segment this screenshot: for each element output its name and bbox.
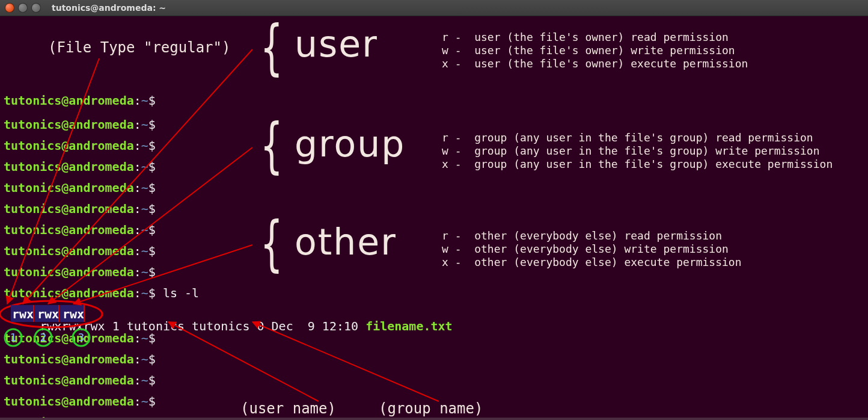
prompt-user-host: tutonics@andromeda: [4, 223, 134, 237]
prompt-user-host: tutonics@andromeda: [4, 159, 134, 174]
prompt-line: tutonics@andromeda:~$: [4, 182, 156, 194]
perm-user: rwx: [40, 319, 61, 333]
prompt-symbol: $: [148, 244, 156, 258]
prompt-symbol: $: [148, 117, 156, 132]
legend-user-w: w - user (the file's owner) write permis…: [442, 45, 735, 56]
prompt-line: tutonics@andromeda:~$ ls -l: [4, 287, 199, 299]
prompt-user-host: tutonics@andromeda: [4, 117, 134, 132]
prompt-user-host: tutonics@andromeda: [4, 286, 134, 300]
legend-other-x: x - other (everybody else) execute permi…: [442, 257, 742, 268]
file-date: Dec 9 12:10: [272, 319, 359, 333]
brace-icon: {: [260, 116, 283, 176]
perm-other: rwx: [83, 319, 105, 333]
prompt-symbol: $: [148, 138, 156, 153]
prompt-path: ~: [141, 286, 148, 300]
prompt-user-host: tutonics@andromeda: [4, 373, 134, 388]
prompt-path: ~: [141, 117, 148, 132]
prompt-line: tutonics@andromeda:~$: [4, 119, 156, 131]
legend-other-w: w - other (everybody else) write permiss…: [442, 244, 729, 255]
prompt-path: ~: [141, 352, 148, 366]
prompt-line: tutonics@andromeda:~$: [4, 203, 156, 215]
legend-group-x: x - group (any user in the file's group)…: [442, 159, 833, 170]
file-size: 0: [257, 319, 264, 333]
prompt-line: tutonics@andromeda:~$: [4, 140, 156, 152]
legend-group-r: r - group (any user in the file's group)…: [442, 132, 813, 143]
prompt-colon: :: [134, 181, 141, 195]
legend-group-w: w - group (any user in the file's group)…: [442, 146, 820, 156]
prompt-user-host: tutonics@andromeda: [4, 138, 134, 153]
file-type-char: -: [32, 319, 40, 333]
note-filetype: (File Type "regular"): [48, 40, 230, 55]
window-titlebar: tutonics@andromeda: ~: [0, 0, 868, 16]
horizontal-scrollbar[interactable]: [0, 418, 868, 420]
prompt-user-host: tutonics@andromeda: [4, 352, 134, 366]
perm-group: rwx: [61, 319, 83, 333]
prompt-path: ~: [141, 202, 148, 216]
close-icon[interactable]: [5, 3, 14, 13]
label-other: other: [295, 224, 397, 260]
prompt-symbol: $: [148, 265, 156, 279]
terminal-area[interactable]: tutonics@andromeda:~$tutonics@andromeda:…: [0, 16, 868, 420]
prompt-colon: :: [134, 117, 141, 132]
window-title: tutonics@andromeda: ~: [52, 3, 166, 13]
brace-icon: {: [260, 17, 283, 78]
prompt-symbol: $: [148, 202, 156, 216]
prompt-colon: :: [134, 138, 141, 153]
prompt-line: tutonics@andromeda:~$: [4, 374, 156, 386]
prompt-line: tutonics@andromeda:~$: [4, 395, 156, 407]
prompt-user-host: tutonics@andromeda: [4, 202, 134, 216]
prompt-user-host: tutonics@andromeda: [4, 181, 134, 195]
owner-name: tutonics: [127, 319, 185, 333]
prompt-user-host: tutonics@andromeda: [4, 244, 134, 258]
prompt-path: ~: [141, 93, 148, 108]
prompt-path: ~: [141, 394, 148, 409]
prompt-colon: :: [134, 223, 141, 237]
prompt-line: tutonics@andromeda:~$: [4, 224, 156, 236]
prompt-symbol: $: [148, 394, 156, 409]
legend-user-r: r - user (the file's owner) read permiss…: [442, 32, 729, 43]
prompt-line: tutonics@andromeda:~$: [4, 353, 156, 365]
prompt-path: ~: [141, 244, 148, 258]
prompt-symbol: $: [148, 373, 156, 388]
prompt-symbol: $: [148, 352, 156, 366]
prompt-user-host: tutonics@andromeda: [4, 394, 134, 409]
prompt-colon: :: [134, 159, 141, 174]
prompt-symbol: $: [148, 286, 156, 300]
file-name: filename.txt: [365, 319, 453, 333]
legend-other-r: r - other (everybody else) read permissi…: [442, 230, 722, 241]
prompt-line: tutonics@andromeda:~$: [4, 266, 156, 278]
prompt-path: ~: [141, 138, 148, 153]
prompt-symbol: $: [148, 223, 156, 237]
label-group: group: [295, 126, 405, 162]
prompt-line: tutonics@andromeda:~$: [4, 94, 156, 107]
prompt-colon: :: [134, 286, 141, 300]
prompt-user-host: tutonics@andromeda: [4, 93, 134, 108]
prompt-path: ~: [141, 223, 148, 237]
prompt-line: tutonics@andromeda:~$: [4, 161, 156, 173]
prompt-symbol: $: [148, 181, 156, 195]
prompt-path: ~: [141, 373, 148, 388]
ls-output-line: -rwxrwxrwx 1 tutonics tutonics 0 Dec 9 1…: [4, 308, 453, 344]
group-name-value: tutonics: [192, 319, 249, 333]
command-text: ls -l: [163, 286, 199, 300]
prompt-line: tutonics@andromeda:~$: [4, 245, 156, 257]
legend-user-x: x - user (the file's owner) execute perm…: [442, 58, 748, 69]
prompt-colon: :: [134, 394, 141, 409]
prompt-colon: :: [134, 373, 141, 388]
brace-icon: {: [260, 214, 283, 274]
link-count: 1: [112, 319, 120, 333]
prompt-path: ~: [141, 181, 148, 195]
prompt-colon: :: [134, 93, 141, 108]
label-user: user: [295, 26, 378, 62]
note-username: (user name): [240, 401, 336, 416]
minimize-icon[interactable]: [18, 3, 28, 13]
prompt-colon: :: [134, 244, 141, 258]
note-groupname: (group name): [379, 401, 483, 416]
prompt-colon: :: [134, 265, 141, 279]
prompt-user-host: tutonics@andromeda: [4, 265, 134, 279]
prompt-symbol: $: [148, 159, 156, 174]
prompt-colon: :: [134, 352, 141, 366]
prompt-colon: :: [134, 202, 141, 216]
prompt-path: ~: [141, 265, 148, 279]
maximize-icon[interactable]: [31, 3, 41, 13]
